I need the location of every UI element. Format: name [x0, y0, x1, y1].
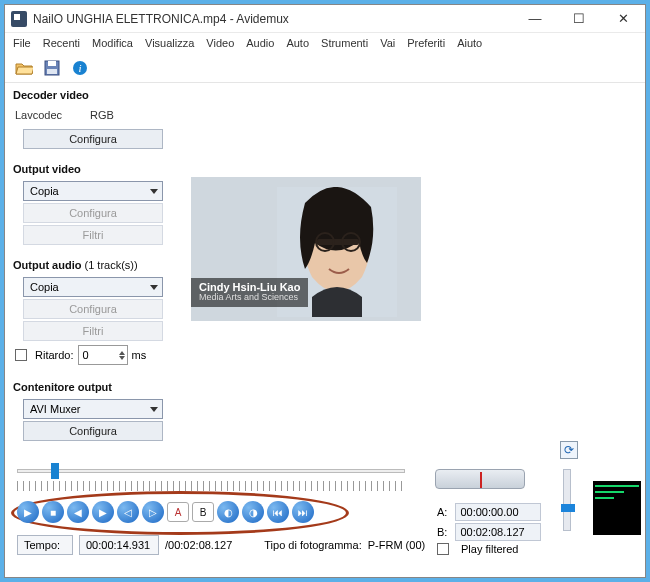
close-button[interactable]: ✕	[601, 5, 645, 32]
app-window: NailO UNGHIA ELETTRONICA.mp4 - Avidemux …	[4, 4, 646, 578]
marker-a-label: A:	[437, 506, 447, 518]
output-audio-filters-button: Filtri	[23, 321, 163, 341]
menu-fav[interactable]: Preferiti	[407, 37, 445, 49]
menu-edit[interactable]: Modifica	[92, 37, 133, 49]
next-frame-button[interactable]: ▶	[92, 501, 114, 523]
prev-keyframe-button[interactable]: ◁	[117, 501, 139, 523]
delay-checkbox[interactable]	[15, 349, 27, 361]
open-icon[interactable]	[13, 57, 35, 79]
titlebar: NailO UNGHIA ELETTRONICA.mp4 - Avidemux …	[5, 5, 645, 33]
set-marker-a-button[interactable]: A	[167, 502, 189, 522]
output-audio-config-button: Configura	[23, 299, 163, 319]
tempo-label: Tempo:	[17, 535, 73, 555]
container-select[interactable]: AVI Muxer	[23, 399, 163, 419]
vu-meter	[593, 481, 641, 535]
goto-start-button[interactable]: ⏮	[267, 501, 289, 523]
marker-a-value: 00:00:00.00	[455, 503, 541, 521]
frametype-label: Tipo di fotogramma:	[264, 539, 361, 551]
tempo-row: Tempo: 00:00:14.931 /00:02:08.127 Tipo d…	[17, 535, 425, 555]
menu-file[interactable]: File	[13, 37, 31, 49]
output-video-select[interactable]: Copia	[23, 181, 163, 201]
menu-tools[interactable]: Strumenti	[321, 37, 368, 49]
marker-b-value: 00:02:08.127	[455, 523, 541, 541]
volume-thumb[interactable]	[561, 504, 575, 512]
delay-spin[interactable]: 0	[78, 345, 128, 365]
preview-dept: Media Arts and Sciences	[199, 293, 300, 303]
output-audio-heading: Output audio (1 track(s))	[13, 259, 173, 271]
volume-slider[interactable]	[563, 469, 571, 531]
output-video-heading: Output video	[13, 163, 173, 175]
menubar: File Recenti Modifica Visualizza Video A…	[5, 33, 645, 53]
menu-go[interactable]: Vai	[380, 37, 395, 49]
info-icon[interactable]: i	[69, 57, 91, 79]
video-preview: Cindy Hsin-Liu Kao Media Arts and Scienc…	[191, 177, 421, 321]
decoder-lib: Lavcodec	[15, 109, 62, 121]
preview-caption: Cindy Hsin-Liu Kao Media Arts and Scienc…	[191, 278, 308, 307]
svg-rect-7	[335, 239, 341, 242]
refresh-vu-button[interactable]: ⟳	[560, 441, 578, 459]
decoder-panel: Decoder video Lavcodec RGB Configura	[13, 89, 173, 151]
maximize-button[interactable]: ☐	[557, 5, 601, 32]
frametype-value: P-FRM (00)	[368, 539, 425, 551]
marker-b-label: B:	[437, 526, 447, 538]
output-audio-panel: Output audio (1 track(s)) Copia Configur…	[13, 259, 173, 365]
set-marker-b-button[interactable]: B	[192, 502, 214, 522]
delay-label: Ritardo:	[35, 349, 74, 361]
menu-view[interactable]: Visualizza	[145, 37, 194, 49]
decoder-heading: Decoder video	[13, 89, 173, 101]
delay-unit: ms	[132, 349, 147, 361]
window-buttons: — ☐ ✕	[513, 5, 645, 32]
window-title: NailO UNGHIA ELETTRONICA.mp4 - Avidemux	[33, 12, 513, 26]
next-keyframe-button[interactable]: ▷	[142, 501, 164, 523]
play-filtered-label: Play filtered	[461, 543, 518, 555]
time-total: /00:02:08.127	[165, 539, 232, 551]
menu-recent[interactable]: Recenti	[43, 37, 80, 49]
play-button[interactable]: ▶	[17, 501, 39, 523]
prev-black-button[interactable]: ◐	[217, 501, 239, 523]
output-video-filters-button: Filtri	[23, 225, 163, 245]
time-input[interactable]: 00:00:14.931	[79, 535, 159, 555]
ab-panel: A:00:00:00.00 B:00:02:08.127 Play filter…	[437, 501, 541, 557]
timeline-thumb[interactable]	[51, 463, 59, 479]
output-audio-select[interactable]: Copia	[23, 277, 163, 297]
app-icon	[11, 11, 27, 27]
svg-text:i: i	[78, 62, 81, 74]
next-black-button[interactable]: ◑	[242, 501, 264, 523]
svg-rect-2	[47, 69, 57, 74]
prev-frame-button[interactable]: ◀	[67, 501, 89, 523]
stop-button[interactable]: ■	[42, 501, 64, 523]
menu-auto[interactable]: Auto	[286, 37, 309, 49]
container-value: AVI Muxer	[30, 403, 81, 415]
output-video-config-button: Configura	[23, 203, 163, 223]
timeline-ticks	[17, 481, 405, 491]
container-config-button[interactable]: Configura	[23, 421, 163, 441]
decoder-colorspace: RGB	[90, 109, 114, 121]
svg-rect-1	[48, 61, 56, 66]
menu-audio[interactable]: Audio	[246, 37, 274, 49]
output-audio-value: Copia	[30, 281, 59, 293]
jog-wheel[interactable]	[435, 469, 525, 489]
container-heading: Contenitore output	[13, 381, 173, 393]
menu-help[interactable]: Aiuto	[457, 37, 482, 49]
transport-buttons: ▶ ■ ◀ ▶ ◁ ▷ A B ◐ ◑ ⏮ ⏭	[17, 501, 314, 523]
goto-end-button[interactable]: ⏭	[292, 501, 314, 523]
decoder-config-button[interactable]: Configura	[23, 129, 163, 149]
content: Decoder video Lavcodec RGB Configura Out…	[5, 83, 645, 577]
minimize-button[interactable]: —	[513, 5, 557, 32]
save-icon[interactable]	[41, 57, 63, 79]
output-video-panel: Output video Copia Configura Filtri	[13, 163, 173, 247]
output-video-value: Copia	[30, 185, 59, 197]
toolbar: i	[5, 53, 645, 83]
container-panel: Contenitore output AVI Muxer Configura	[13, 381, 173, 443]
play-filtered-checkbox[interactable]	[437, 543, 449, 555]
menu-video[interactable]: Video	[206, 37, 234, 49]
timeline[interactable]	[17, 463, 405, 483]
